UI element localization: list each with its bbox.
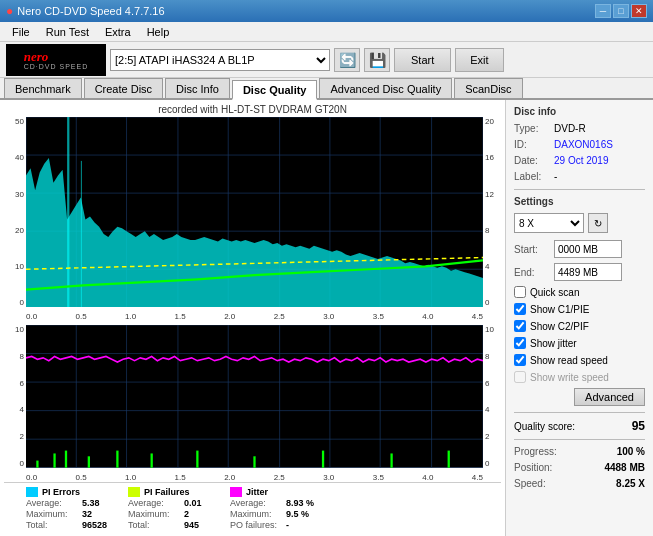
quick-scan-row: Quick scan (514, 286, 645, 298)
maximize-button[interactable]: □ (613, 4, 629, 18)
read-speed-row: Show read speed (514, 354, 645, 366)
tab-disc-quality[interactable]: Disc Quality (232, 80, 318, 100)
toolbar: nero CD·DVD SPEED [2:5] ATAPI iHAS324 A … (0, 42, 653, 78)
bottom-y-axis-right: 10 8 6 4 2 0 (483, 325, 501, 468)
write-speed-row: Show write speed (514, 371, 645, 383)
c2-pif-row: Show C2/PIF (514, 320, 645, 332)
pi-total-label: Total: (26, 520, 78, 530)
minimize-button[interactable]: ─ (595, 4, 611, 18)
end-row: End: (514, 263, 645, 281)
app-icon: ● (6, 4, 13, 18)
end-label: End: (514, 267, 550, 278)
disc-date-value: 29 Oct 2019 (554, 155, 608, 166)
jitter-color (230, 487, 242, 497)
chart-area: recorded with HL-DT-ST DVDRAM GT20N 50 4… (0, 100, 505, 536)
top-y-axis-left: 50 40 30 20 10 0 (4, 117, 26, 307)
tab-create-disc[interactable]: Create Disc (84, 78, 163, 98)
read-speed-checkbox[interactable] (514, 354, 526, 366)
disc-type-row: Type: DVD-R (514, 123, 645, 134)
drive-select[interactable]: [2:5] ATAPI iHAS324 A BL1P (110, 49, 330, 71)
disc-info-title: Disc info (514, 106, 645, 117)
tab-benchmark[interactable]: Benchmark (4, 78, 82, 98)
top-chart-svg (26, 117, 483, 307)
top-y-axis-right: 20 16 12 8 4 0 (483, 117, 501, 307)
pif-total-value: 945 (184, 520, 199, 530)
jitter-po-value: - (286, 520, 289, 530)
pi-errors-label: PI Errors (42, 487, 80, 497)
pif-total-label: Total: (128, 520, 180, 530)
quick-scan-label: Quick scan (530, 287, 579, 298)
read-speed-label: Show read speed (530, 355, 608, 366)
bottom-chart-wrapper: 10 8 6 4 2 0 (4, 325, 501, 468)
bottom-chart-svg (26, 325, 483, 468)
start-row: Start: (514, 240, 645, 258)
bottom-y-axis-left: 10 8 6 4 2 0 (4, 325, 26, 468)
settings-refresh-btn[interactable]: ↻ (588, 213, 608, 233)
tab-disc-info[interactable]: Disc Info (165, 78, 230, 98)
disc-date-label: Date: (514, 155, 550, 166)
jitter-checkbox[interactable] (514, 337, 526, 349)
jitter-po-label: PO failures: (230, 520, 282, 530)
pif-max-label: Maximum: (128, 509, 180, 519)
separator-2 (514, 412, 645, 413)
pi-failures-color (128, 487, 140, 497)
pif-max-value: 2 (184, 509, 189, 519)
legend-pi-errors: PI Errors Average: 5.38 Maximum: 32 Tota… (26, 487, 116, 530)
disc-id-value: DAXON016S (554, 139, 613, 150)
jitter-max-label: Maximum: (230, 509, 282, 519)
refresh-button[interactable]: 🔄 (334, 48, 360, 72)
advanced-button[interactable]: Advanced (574, 388, 645, 406)
separator-1 (514, 189, 645, 190)
speed-row: 8 X ↻ (514, 213, 645, 233)
c1-pie-row: Show C1/PIE (514, 303, 645, 315)
close-button[interactable]: ✕ (631, 4, 647, 18)
top-chart (26, 117, 483, 307)
jitter-label: Jitter (246, 487, 268, 497)
logo-sub: CD·DVD SPEED (24, 63, 89, 70)
titlebar: ● Nero CD-DVD Speed 4.7.7.16 ─ □ ✕ (0, 0, 653, 22)
disc-id-label: ID: (514, 139, 550, 150)
pi-max-value: 32 (82, 509, 92, 519)
end-input[interactable] (554, 263, 622, 281)
progress-value: 100 % (617, 446, 645, 457)
start-input[interactable] (554, 240, 622, 258)
c2-pif-checkbox[interactable] (514, 320, 526, 332)
disc-date-row: Date: 29 Oct 2019 (514, 155, 645, 166)
logo: nero CD·DVD SPEED (6, 44, 106, 76)
quality-score-value: 95 (632, 419, 645, 433)
speed-row-2: Speed: 8.25 X (514, 478, 645, 489)
save-button[interactable]: 💾 (364, 48, 390, 72)
settings-title: Settings (514, 196, 645, 207)
pi-total-value: 96528 (82, 520, 107, 530)
menu-file[interactable]: File (4, 24, 38, 40)
svg-rect-20 (26, 325, 483, 468)
menu-help[interactable]: Help (139, 24, 178, 40)
top-chart-wrapper: 50 40 30 20 10 0 (4, 117, 501, 307)
tab-scan-disc[interactable]: ScanDisc (454, 78, 522, 98)
quality-score-row: Quality score: 95 (514, 419, 645, 433)
quick-scan-checkbox[interactable] (514, 286, 526, 298)
tab-bar: Benchmark Create Disc Disc Info Disc Qua… (0, 78, 653, 100)
write-speed-checkbox[interactable] (514, 371, 526, 383)
progress-row: Progress: 100 % (514, 446, 645, 457)
speed-select[interactable]: 8 X (514, 213, 584, 233)
exit-button[interactable]: Exit (455, 48, 503, 72)
pi-max-label: Maximum: (26, 509, 78, 519)
start-button[interactable]: Start (394, 48, 451, 72)
main-content: recorded with HL-DT-ST DVDRAM GT20N 50 4… (0, 100, 653, 536)
progress-label: Progress: (514, 446, 557, 457)
disc-label-row: Label: - (514, 171, 645, 182)
c2-pif-label: Show C2/PIF (530, 321, 589, 332)
disc-label-value: - (554, 171, 557, 182)
menu-run-test[interactable]: Run Test (38, 24, 97, 40)
menu-extra[interactable]: Extra (97, 24, 139, 40)
tab-advanced-disc-quality[interactable]: Advanced Disc Quality (319, 78, 452, 98)
jitter-avg-label: Average: (230, 498, 282, 508)
bottom-x-axis: 0.00.51.01.52.02.53.03.54.04.5 (26, 472, 483, 482)
disc-id-row: ID: DAXON016S (514, 139, 645, 150)
disc-label-label: Label: (514, 171, 550, 182)
pi-failures-label: PI Failures (144, 487, 190, 497)
c1-pie-checkbox[interactable] (514, 303, 526, 315)
titlebar-controls: ─ □ ✕ (595, 4, 647, 18)
start-label: Start: (514, 244, 550, 255)
